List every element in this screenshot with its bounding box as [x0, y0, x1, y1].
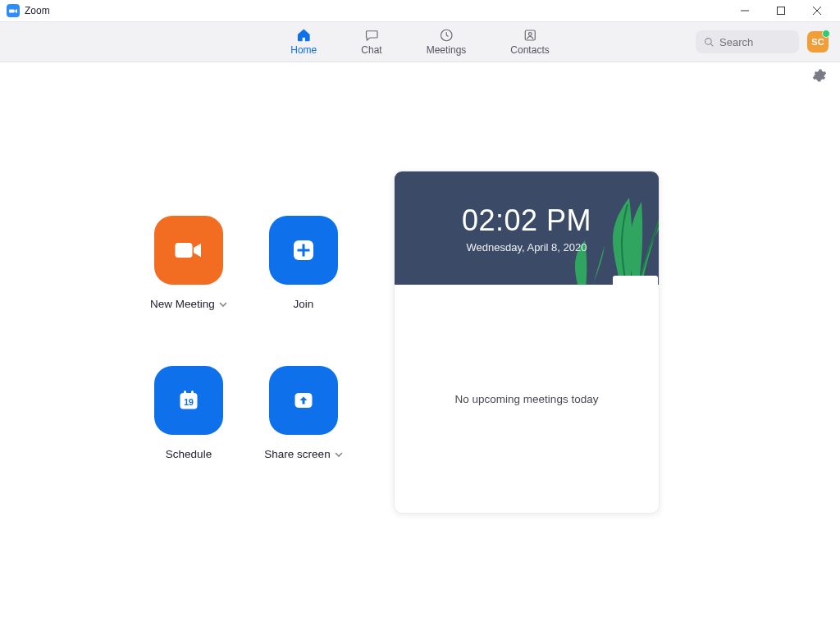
clock-icon: [439, 28, 454, 43]
actions-panel: New Meeting Join 19: [25, 89, 377, 514]
tab-chat[interactable]: Chat: [356, 26, 386, 57]
tab-contacts[interactable]: Contacts: [505, 26, 554, 57]
gear-icon: [812, 68, 827, 83]
share-up-icon: [289, 386, 318, 415]
svg-rect-15: [191, 391, 194, 395]
action-schedule: 19 Schedule: [131, 366, 246, 460]
new-meeting-button[interactable]: [154, 216, 223, 285]
tab-home-label: Home: [290, 44, 317, 56]
tab-contacts-label: Contacts: [510, 44, 549, 56]
tab-home[interactable]: Home: [285, 26, 322, 57]
svg-point-7: [705, 38, 712, 44]
share-screen-label-row[interactable]: Share screen: [264, 448, 342, 460]
contacts-icon: [523, 28, 537, 43]
calendar-day-number: 19: [184, 397, 194, 407]
maximize-button[interactable]: [763, 0, 799, 21]
chat-icon: [364, 28, 379, 43]
calendar-body: No upcoming meetings today: [395, 285, 659, 513]
window-title: Zoom: [25, 5, 50, 16]
share-screen-button[interactable]: [269, 366, 338, 435]
schedule-button[interactable]: 19: [154, 366, 223, 435]
main-content: New Meeting Join 19: [0, 89, 840, 514]
schedule-label: Schedule: [166, 448, 212, 460]
calendar-panel: 02:02 PM Wednesday, April 8, 2020 No upc…: [377, 89, 815, 514]
video-icon: [174, 235, 203, 265]
tab-chat-label: Chat: [361, 44, 381, 56]
action-new-meeting: New Meeting: [131, 216, 246, 310]
nav-tabs: Home Chat Meetings Contacts: [285, 26, 554, 57]
home-icon: [296, 28, 311, 43]
join-label: Join: [294, 298, 314, 310]
chevron-down-icon: [219, 300, 227, 308]
action-join: Join: [246, 216, 361, 310]
svg-line-8: [710, 43, 713, 46]
new-meeting-label: New Meeting: [150, 298, 215, 310]
zoom-logo-icon: [7, 4, 20, 17]
subbar: [0, 62, 840, 89]
new-meeting-label-row[interactable]: New Meeting: [150, 298, 227, 310]
svg-rect-1: [778, 7, 785, 15]
calendar-date: Wednesday, April 8, 2020: [467, 241, 587, 254]
minimize-button[interactable]: [727, 0, 763, 21]
search-icon: [704, 37, 714, 48]
tab-meetings-label: Meetings: [427, 44, 467, 56]
action-grid: New Meeting Join 19: [131, 216, 377, 460]
settings-button[interactable]: [810, 66, 829, 85]
search-input[interactable]: [719, 36, 785, 48]
search-box[interactable]: [696, 30, 799, 53]
navbar: Home Chat Meetings Contacts SC: [0, 21, 840, 62]
titlebar: Zoom: [0, 0, 840, 21]
join-label-row: Join: [294, 298, 314, 310]
calendar-banner: 02:02 PM Wednesday, April 8, 2020: [395, 171, 659, 285]
chevron-down-icon: [335, 450, 343, 459]
svg-point-6: [528, 33, 532, 36]
svg-rect-9: [176, 243, 193, 258]
tab-meetings[interactable]: Meetings: [422, 26, 472, 57]
schedule-label-row: Schedule: [166, 448, 212, 460]
calendar-time: 02:02 PM: [462, 203, 591, 238]
svg-rect-17: [613, 276, 658, 285]
plus-icon: [289, 235, 318, 265]
calendar-empty-message: No upcoming meetings today: [455, 393, 599, 405]
share-screen-label: Share screen: [264, 448, 330, 460]
svg-rect-14: [184, 391, 186, 395]
svg-rect-12: [298, 249, 310, 252]
titlebar-left: Zoom: [7, 4, 50, 17]
nav-right: SC: [696, 30, 840, 53]
close-button[interactable]: [799, 0, 835, 21]
window-controls: [727, 0, 835, 21]
calendar-card: 02:02 PM Wednesday, April 8, 2020 No upc…: [394, 171, 660, 514]
avatar[interactable]: SC: [807, 31, 829, 53]
calendar-icon: 19: [174, 386, 203, 415]
join-button[interactable]: [269, 216, 338, 285]
action-share-screen: Share screen: [246, 366, 361, 460]
avatar-initials: SC: [811, 37, 824, 47]
